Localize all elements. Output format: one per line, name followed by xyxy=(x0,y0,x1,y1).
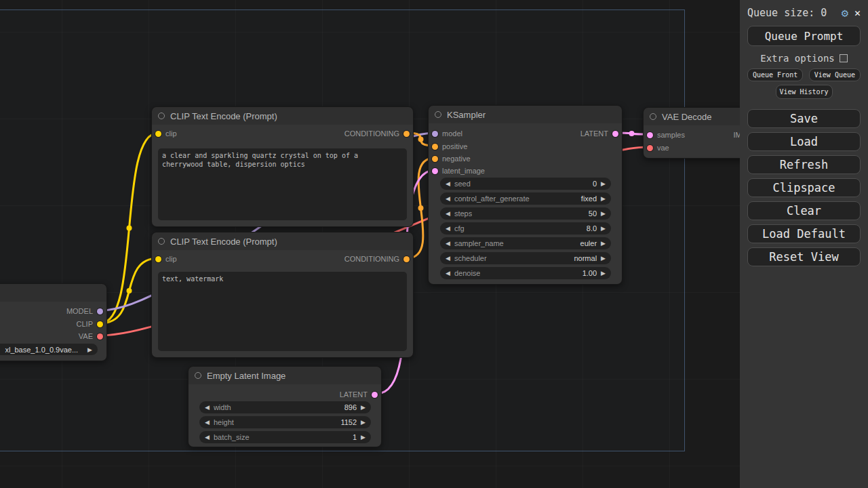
input-label-positive: positive xyxy=(442,142,467,150)
input-label-samples: samples xyxy=(657,131,685,139)
input-label-model: model xyxy=(442,129,462,138)
widget-value: 1 xyxy=(353,433,357,441)
canvas[interactable]: MODEL CLIP VAE xl_base_1.0_0.9vae... ▶ C… xyxy=(0,0,868,488)
input-port-clip[interactable] xyxy=(155,131,161,137)
decrement-arrow-icon[interactable]: ◀ xyxy=(446,240,450,247)
widget-label: height xyxy=(214,418,234,426)
node-empty-latent-image[interactable]: Empty Latent Image LATENT ◀ width 896 ▶ … xyxy=(188,366,382,447)
output-port-conditioning[interactable] xyxy=(403,256,410,262)
node-title-bar[interactable]: CLIP Text Encode (Prompt) xyxy=(152,107,413,125)
reset-view-button[interactable]: Reset View xyxy=(747,247,861,266)
increment-arrow-icon[interactable]: ▶ xyxy=(601,210,606,217)
next-arrow-icon[interactable]: ▶ xyxy=(87,346,92,353)
decrement-arrow-icon[interactable]: ◀ xyxy=(205,434,210,441)
comfy-menu: Queue size: 0 ⚙ ✕ Queue Prompt Extra opt… xyxy=(740,0,868,488)
input-label-negative: negative xyxy=(442,155,471,163)
input-port-latent-image[interactable] xyxy=(432,168,438,174)
widget-steps[interactable]: ◀ steps 50 ▶ xyxy=(440,207,611,220)
widget-control-after-generate[interactable]: ◀ control_after_generate fixed ▶ xyxy=(440,192,611,205)
widget-label: scheduler xyxy=(454,254,487,262)
output-label-conditioning: CONDITIONING xyxy=(344,129,399,138)
increment-arrow-icon[interactable]: ▶ xyxy=(601,270,606,277)
decrement-arrow-icon[interactable]: ◀ xyxy=(205,419,210,426)
input-port-negative[interactable] xyxy=(432,156,438,162)
increment-arrow-icon[interactable]: ▶ xyxy=(361,419,366,426)
increment-arrow-icon[interactable]: ▶ xyxy=(601,255,606,262)
load-button[interactable]: Load xyxy=(747,132,861,151)
decrement-arrow-icon[interactable]: ◀ xyxy=(446,255,450,262)
extra-options-label: Extra options xyxy=(760,53,835,64)
decrement-arrow-icon[interactable]: ◀ xyxy=(446,270,450,277)
output-port-vae[interactable] xyxy=(97,333,103,340)
clear-button[interactable]: Clear xyxy=(747,201,861,220)
decrement-arrow-icon[interactable]: ◀ xyxy=(205,404,210,411)
input-port-model[interactable] xyxy=(432,131,438,137)
node-title-bar[interactable]: KSampler xyxy=(429,106,622,123)
collapse-dot[interactable] xyxy=(195,372,201,379)
widget-seed[interactable]: ◀ seed 0 ▶ xyxy=(440,178,611,190)
node-clip-text-encode-negative[interactable]: CLIP Text Encode (Prompt) clip CONDITION… xyxy=(151,232,414,358)
prompt-textarea[interactable]: a clear and sparkling quartz crystal on … xyxy=(158,148,407,220)
widget-width[interactable]: ◀ width 896 ▶ xyxy=(199,401,371,413)
decrement-arrow-icon[interactable]: ◀ xyxy=(446,225,450,232)
output-port-latent[interactable] xyxy=(612,131,618,137)
node-ksampler[interactable]: KSampler model positive negative latent_… xyxy=(428,105,623,285)
node-clip-text-encode-positive[interactable]: CLIP Text Encode (Prompt) clip CONDITION… xyxy=(151,106,414,227)
widget-value: 1152 xyxy=(340,418,357,426)
output-port-clip[interactable] xyxy=(97,321,103,327)
output-label-latent: LATENT xyxy=(340,390,368,399)
extra-options-checkbox[interactable] xyxy=(840,54,848,62)
clipspace-button[interactable]: Clipspace xyxy=(747,178,861,197)
save-button[interactable]: Save xyxy=(747,109,861,128)
widget-denoise[interactable]: ◀ denoise 1.00 ▶ xyxy=(440,267,611,279)
widget-scheduler[interactable]: ◀ scheduler normal ▶ xyxy=(440,252,611,264)
input-port-vae[interactable] xyxy=(647,145,653,151)
widget-batch-size[interactable]: ◀ batch_size 1 ▶ xyxy=(199,431,371,443)
input-port-samples[interactable] xyxy=(647,132,653,138)
widget-label: seed xyxy=(454,180,471,188)
node-load-checkpoint[interactable]: MODEL CLIP VAE xl_base_1.0_0.9vae... ▶ xyxy=(0,283,107,361)
widget-height[interactable]: ◀ height 1152 ▶ xyxy=(199,416,371,428)
increment-arrow-icon[interactable]: ▶ xyxy=(601,195,606,202)
collapse-dot[interactable] xyxy=(435,111,441,118)
queue-front-button[interactable]: Queue Front xyxy=(747,68,803,81)
close-menu-icon[interactable]: ✕ xyxy=(854,7,861,19)
collapse-dot[interactable] xyxy=(158,238,165,245)
view-history-button[interactable]: View History xyxy=(776,85,833,99)
output-port-conditioning[interactable] xyxy=(403,131,410,137)
prompt-textarea[interactable]: text, watermark xyxy=(158,272,407,351)
increment-arrow-icon[interactable]: ▶ xyxy=(601,225,606,232)
refresh-button[interactable]: Refresh xyxy=(747,155,861,174)
decrement-arrow-icon[interactable]: ◀ xyxy=(446,195,450,202)
settings-gear-icon[interactable]: ⚙ xyxy=(842,6,848,20)
widget-label: batch_size xyxy=(214,433,250,441)
view-queue-button[interactable]: View Queue xyxy=(809,68,861,81)
decrement-arrow-icon[interactable]: ◀ xyxy=(446,180,450,187)
widget-value: fixed xyxy=(581,195,597,203)
queue-prompt-button[interactable]: Queue Prompt xyxy=(747,26,861,46)
output-label-vae: VAE xyxy=(79,332,93,340)
load-default-button[interactable]: Load Default xyxy=(747,224,861,243)
collapse-dot[interactable] xyxy=(158,113,165,119)
increment-arrow-icon[interactable]: ▶ xyxy=(361,434,366,441)
input-label-clip: clip xyxy=(165,129,177,138)
node-title-bar[interactable]: CLIP Text Encode (Prompt) xyxy=(152,232,413,250)
input-label-clip: clip xyxy=(165,255,177,263)
decrement-arrow-icon[interactable]: ◀ xyxy=(446,210,450,217)
output-port-latent[interactable] xyxy=(372,392,378,398)
widget-value: 50 xyxy=(589,209,597,218)
node-title: Empty Latent Image xyxy=(207,371,285,381)
input-port-clip[interactable] xyxy=(155,256,161,262)
output-port-model[interactable] xyxy=(97,308,103,314)
input-port-positive[interactable] xyxy=(432,144,438,150)
output-label-conditioning: CONDITIONING xyxy=(344,255,399,263)
node-title-bar[interactable] xyxy=(0,284,106,302)
collapse-dot[interactable] xyxy=(650,113,656,120)
node-title-bar[interactable]: Empty Latent Image xyxy=(189,367,381,384)
widget-cfg[interactable]: ◀ cfg 8.0 ▶ xyxy=(440,222,611,235)
increment-arrow-icon[interactable]: ▶ xyxy=(601,240,606,247)
increment-arrow-icon[interactable]: ▶ xyxy=(361,404,366,411)
widget-sampler-name[interactable]: ◀ sampler_name euler ▶ xyxy=(440,237,611,249)
widget-ckpt-name[interactable]: xl_base_1.0_0.9vae... ▶ xyxy=(0,344,98,355)
increment-arrow-icon[interactable]: ▶ xyxy=(601,180,606,187)
